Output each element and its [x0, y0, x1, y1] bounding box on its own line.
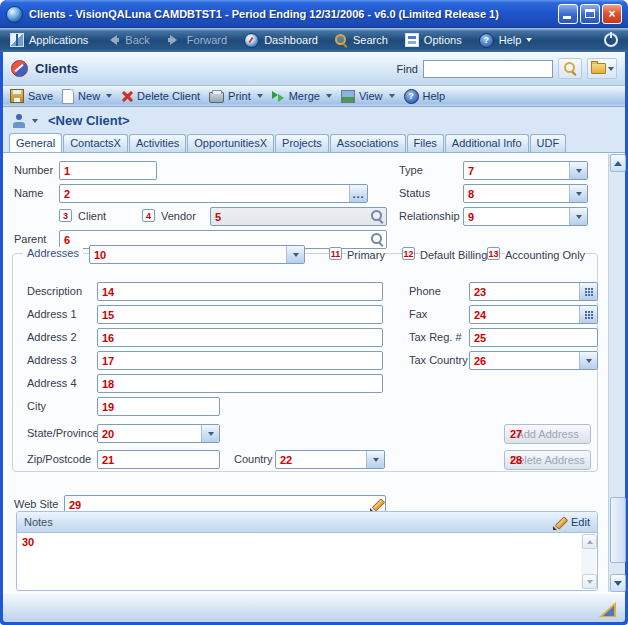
client-person-icon[interactable] — [12, 114, 26, 128]
city-input[interactable]: 19 — [97, 397, 220, 416]
delete-client-button[interactable]: Delete Client — [121, 90, 200, 102]
default-billing-checkbox[interactable]: 12 — [402, 247, 415, 260]
help-button[interactable]: ? Help — [404, 89, 446, 104]
tab-opportunitiesx[interactable]: OpportunitiesX — [187, 134, 274, 152]
forward-arrow-icon — [167, 35, 182, 45]
parent-lookup-button[interactable] — [369, 231, 386, 248]
address4-input[interactable]: 18 — [97, 374, 383, 393]
type-label: Type — [399, 164, 423, 176]
address2-input[interactable]: 16 — [97, 328, 383, 347]
scroll-up-icon[interactable] — [582, 534, 597, 549]
state-select[interactable]: 20 — [97, 424, 220, 443]
fax-keypad-button[interactable] — [579, 306, 597, 323]
scrollbar-thumb[interactable] — [610, 497, 626, 563]
vendor-checkbox[interactable]: 4 — [142, 209, 155, 222]
address-selector[interactable]: 10 — [89, 245, 305, 264]
main-scrollbar[interactable] — [608, 154, 625, 592]
chevron-down-icon[interactable] — [32, 119, 38, 123]
close-button[interactable]: × — [602, 4, 622, 24]
phone-keypad-button[interactable] — [579, 283, 597, 300]
relationship-dropdown-button[interactable] — [569, 208, 587, 225]
tax-country-select[interactable]: 26 — [469, 351, 598, 370]
address-selector-dropdown-button[interactable] — [286, 246, 304, 263]
application-window: Clients - VisionQALuna CAMDBTST1 - Perio… — [0, 0, 628, 625]
country-select[interactable]: 22 — [275, 450, 385, 469]
accounting-only-checkbox[interactable]: 13 — [487, 247, 500, 260]
address3-value: 17 — [98, 355, 382, 367]
address2-label: Address 2 — [27, 331, 77, 343]
primary-label: Primary — [347, 249, 385, 261]
menu-options[interactable]: Options — [405, 33, 462, 47]
view-button[interactable]: View — [341, 90, 395, 103]
tax-country-dropdown-button[interactable] — [579, 352, 597, 369]
fax-input[interactable]: 24 — [469, 305, 598, 324]
tab-general[interactable]: General — [9, 133, 62, 152]
tab-contactsx[interactable]: ContactsX — [63, 134, 128, 152]
resize-grip-icon[interactable] — [599, 602, 616, 617]
tab-additional-info[interactable]: Additional Info — [445, 134, 529, 152]
minimize-button[interactable] — [558, 4, 578, 24]
name-browse-button[interactable]: ... — [349, 185, 367, 202]
toolbar-label: Help — [423, 90, 446, 102]
menu-search[interactable]: Search — [335, 34, 388, 47]
notes-scrollbar[interactable] — [581, 534, 596, 589]
find-input[interactable] — [423, 60, 553, 78]
address3-input[interactable]: 17 — [97, 351, 383, 370]
vendor-lookup-button[interactable] — [369, 208, 386, 225]
number-input[interactable]: 1 — [59, 161, 157, 180]
relationship-select[interactable]: 9 — [463, 207, 588, 226]
merge-button[interactable]: Merge — [272, 90, 332, 102]
power-icon[interactable] — [604, 33, 618, 47]
chevron-down-icon — [586, 359, 592, 363]
vendor-lookup-input[interactable]: 5 — [210, 207, 387, 226]
tab-projects[interactable]: Projects — [275, 134, 329, 152]
maximize-button[interactable] — [580, 4, 600, 24]
menu-help[interactable]: ? Help — [479, 33, 533, 48]
description-input[interactable]: 14 — [97, 282, 383, 301]
client-checkbox[interactable]: 3 — [59, 209, 72, 222]
add-address-button[interactable]: 27 Add Address — [504, 424, 591, 444]
zip-input[interactable]: 21 — [97, 450, 220, 469]
address3-label: Address 3 — [27, 354, 77, 366]
tax-reg-input[interactable]: 25 — [469, 328, 598, 347]
delete-address-button[interactable]: 28 Delete Address — [504, 450, 591, 470]
toolbar-label: View — [359, 90, 383, 102]
scroll-down-icon[interactable] — [582, 574, 597, 589]
scroll-up-button[interactable] — [610, 154, 626, 172]
state-dropdown-button[interactable] — [201, 425, 219, 442]
primary-checkbox[interactable]: 11 — [329, 247, 342, 260]
tab-udf[interactable]: UDF — [530, 134, 567, 152]
menu-forward[interactable]: Forward — [167, 34, 227, 46]
scroll-down-button[interactable] — [610, 574, 626, 592]
type-dropdown-button[interactable] — [569, 162, 587, 179]
addresses-legend: Addresses — [23, 247, 83, 259]
tab-activities[interactable]: Activities — [129, 134, 186, 152]
country-dropdown-button[interactable] — [366, 451, 384, 468]
phone-value: 23 — [470, 286, 579, 298]
tab-files[interactable]: Files — [407, 134, 444, 152]
address2-value: 16 — [98, 332, 382, 344]
find-search-button[interactable] — [558, 58, 582, 79]
type-select[interactable]: 7 — [463, 161, 588, 180]
status-dropdown-button[interactable] — [569, 185, 587, 202]
name-input[interactable]: 2 ... — [59, 184, 368, 203]
notes-edit-button[interactable]: Edit — [553, 516, 590, 529]
search-icon — [371, 210, 384, 223]
menu-applications[interactable]: Applications — [10, 33, 88, 47]
tabbar: General ContactsX Activities Opportuniti… — [3, 134, 625, 152]
help-icon: ? — [479, 33, 494, 48]
new-button[interactable]: New — [62, 89, 112, 104]
menu-back[interactable]: Back — [105, 34, 149, 46]
tax-reg-label: Tax Reg. # — [409, 331, 462, 343]
address1-input[interactable]: 15 — [97, 305, 383, 324]
phone-input[interactable]: 23 — [469, 282, 598, 301]
status-select[interactable]: 8 — [463, 184, 588, 203]
menu-dashboard[interactable]: Dashboard — [244, 33, 318, 48]
saved-searches-button[interactable] — [587, 58, 617, 79]
tab-associations[interactable]: Associations — [330, 134, 406, 152]
save-button[interactable]: Save — [10, 89, 53, 103]
print-button[interactable]: Print — [209, 89, 263, 103]
maximize-icon — [585, 9, 595, 18]
notes-textarea[interactable]: 30 — [17, 533, 597, 590]
zip-label: Zip/Postcode — [27, 453, 91, 465]
